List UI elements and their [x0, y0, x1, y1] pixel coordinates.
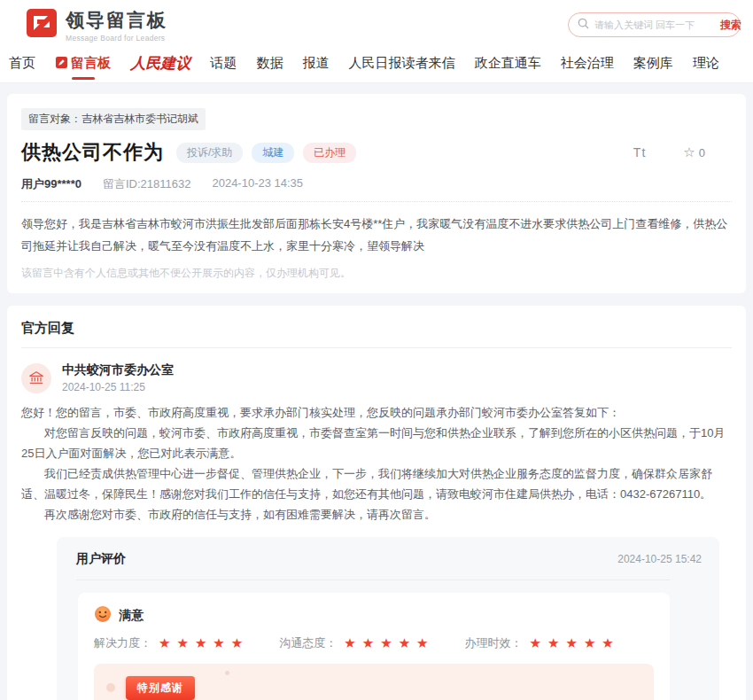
nav-topics[interactable]: 话题 — [210, 55, 237, 72]
evaluation-date: 2024-10-25 15:42 — [617, 553, 702, 565]
decorative-dot — [225, 671, 229, 675]
special-thanks-badge: 特别感谢 — [126, 676, 195, 700]
nav-case-library[interactable]: 案例库 — [633, 55, 673, 72]
rating-resolution: 解决力度： ★★★★★ — [94, 635, 249, 651]
search-icon — [578, 17, 589, 33]
message-card: 留言对象：吉林省吉林市委书记胡斌 供热公司不作为 投诉/求助 城建 已办理 Tt… — [7, 94, 746, 293]
main-nav: 首页 留言板 人民建议 话题 数据 报道 人民日报读者来信 政企直通车 社会治理… — [0, 50, 753, 83]
reply-date: 2024-10-25 11:25 — [62, 381, 174, 393]
site-logo[interactable]: 领导留言板 Message Board for Leaders — [25, 6, 167, 43]
special-thanks-box: 特别感谢 办理事件的小哥特别认真负责，态度超级超级友好。 — [94, 664, 654, 700]
nav-data[interactable]: 数据 — [256, 55, 283, 72]
font-size-toggle[interactable]: Tt — [633, 145, 646, 159]
star-rating-icons: ★★★★★ — [344, 635, 434, 651]
tag-handled-status: 已办理 — [303, 143, 356, 163]
reply-paragraph: 再次感谢您对市委、市政府的信任与支持，如有困难需要解决，请再次留言。 — [21, 504, 732, 525]
reply-agency-name: 中共蛟河市委办公室 — [62, 362, 174, 378]
pencil-board-icon — [55, 56, 68, 72]
smiley-face-icon — [94, 605, 112, 626]
logo-subtitle: Message Board for Leaders — [66, 34, 167, 43]
search-input[interactable] — [594, 19, 720, 30]
privacy-note: 该留言中含有个人信息或其他不便公开展示的内容，仅办理机构可见。 — [21, 266, 732, 281]
tag-urban-construction: 城建 — [252, 143, 294, 163]
message-id: 留言ID:21811632 — [103, 176, 191, 192]
nav-message-board[interactable]: 留言板 — [55, 55, 111, 72]
tag-complaint: 投诉/求助 — [176, 143, 243, 163]
nav-home[interactable]: 首页 — [9, 55, 35, 72]
satisfaction-verdict: 满意 — [119, 608, 144, 624]
nav-reports[interactable]: 报道 — [302, 55, 329, 72]
reply-section-title: 官方回复 — [21, 320, 732, 337]
government-building-icon — [21, 363, 51, 393]
evaluation-divider — [76, 579, 670, 580]
reply-paragraph: 对您留言反映的问题，蛟河市委、市政府高度重视，市委督查室第一时间与您和供热企业联… — [21, 423, 732, 463]
evaluation-section-title: 用户评价 — [76, 551, 126, 567]
message-user: 用户99****0 — [21, 176, 82, 192]
message-date: 2024-10-23 14:35 — [212, 176, 303, 192]
search-button[interactable]: 搜索 — [720, 18, 741, 33]
evaluation-detail-card: 满意 解决力度： ★★★★★ 沟通态度： ★★★★★ 办理时效： ★★★★★ — [78, 593, 670, 700]
rating-timeliness: 办理时效： ★★★★★ — [465, 635, 620, 651]
ratings-row: 解决力度： ★★★★★ 沟通态度： ★★★★★ 办理时效： ★★★★★ — [94, 635, 654, 651]
user-evaluation-card: 用户评价 2024-10-25 15:42 — [57, 537, 719, 700]
reply-paragraph: 我们已经责成供热管理中心进一步督促、管理供热企业，下一步，我们将继续加大对供热企… — [21, 463, 732, 504]
star-rating-icons: ★★★★★ — [530, 635, 620, 651]
favorite-count: 0 — [699, 146, 705, 159]
favorite-button[interactable]: ☆ 0 — [683, 144, 705, 160]
message-body: 领导您好，我是吉林省吉林市蛟河市洪振生批发部后面那栋长安4号楼**住户，我家暖气… — [21, 213, 732, 257]
message-title: 供热公司不作为 — [21, 139, 164, 166]
star-rating-icons: ★★★★★ — [159, 635, 249, 651]
reply-body: 您好！您的留言，市委、市政府高度重视，要求承办部门核实处理，您反映的问题承办部门… — [21, 402, 732, 525]
nav-reader-letters[interactable]: 人民日报读者来信 — [349, 55, 455, 72]
site-header: 领导留言板 Message Board for Leaders 搜索 — [0, 0, 753, 50]
page-main: 留言对象：吉林省吉林市委书记胡斌 供热公司不作为 投诉/求助 城建 已办理 Tt… — [0, 83, 753, 700]
nav-theory[interactable]: 理论 — [693, 55, 719, 72]
nav-social-governance[interactable]: 社会治理 — [561, 55, 614, 72]
reply-paragraph: 您好！您的留言，市委、市政府高度重视，要求承办部门核实处理，您反映的问题承办部门… — [21, 402, 732, 423]
star-outline-icon: ☆ — [683, 144, 695, 160]
message-target-tag: 留言对象：吉林省吉林市委书记胡斌 — [21, 108, 206, 130]
rating-communication: 沟通态度： ★★★★★ — [279, 635, 434, 651]
logo-title: 领导留言板 — [66, 8, 167, 33]
official-reply-card: 官方回复 中共蛟河市委办公室 2024-10-25 11:25 您好！您的留言，… — [7, 306, 746, 700]
decorative-dot — [106, 683, 115, 692]
search-bar[interactable]: 搜索 — [568, 12, 741, 37]
logo-speech-bubble-icon — [25, 6, 58, 43]
nav-gov-enterprise[interactable]: 政企直通车 — [475, 55, 541, 72]
reply-divider — [21, 347, 732, 348]
nav-people-suggestions[interactable]: 人民建议 — [130, 53, 190, 74]
